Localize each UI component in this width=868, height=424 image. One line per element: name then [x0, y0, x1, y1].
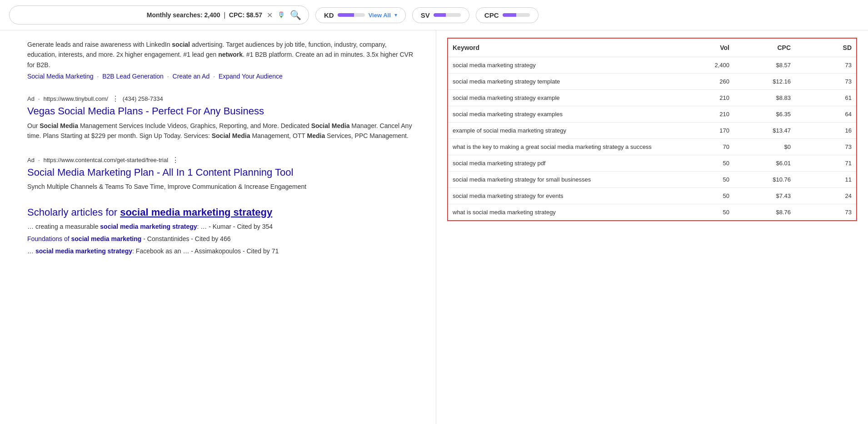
table-header-row: Keyword Vol CPC SD	[448, 38, 857, 57]
kd-bar	[338, 13, 365, 17]
ad1-link-create[interactable]: Create an Ad	[173, 73, 210, 80]
cell-vol: 170	[673, 123, 734, 139]
scholarly-title-link[interactable]: social media marketing strategy	[120, 207, 272, 218]
cell-keyword: example of social media marketing strate…	[448, 123, 673, 139]
cell-vol: 50	[673, 155, 734, 172]
meta-dot: ·	[38, 157, 40, 163]
cell-cpc: $8.76	[734, 204, 795, 221]
ad3-desc: Synch Multiple Channels & Teams To Save …	[27, 182, 418, 192]
ad3-ad-label: Ad	[27, 157, 35, 163]
cell-keyword: social media marketing strategy example	[448, 90, 673, 106]
table-row[interactable]: what is the key to making a great social…	[448, 139, 857, 155]
monthly-searches-info: Monthly searches: 2,400 | CPC: $8.57	[147, 11, 262, 19]
divider: ·	[213, 73, 217, 80]
cell-sd: 16	[795, 123, 857, 139]
scholarly-item-1: … creating a measurable social media mar…	[27, 222, 418, 232]
cell-vol: 260	[673, 74, 734, 90]
cell-vol: 210	[673, 106, 734, 123]
cell-sd: 73	[795, 57, 857, 74]
scholarly-section: Scholarly articles for social media mark…	[27, 207, 418, 256]
main-content: Generate leads and raise awareness with …	[0, 30, 868, 424]
ad-block-2: Ad · https://www.tinybull.com/ ⋮ (434) 2…	[27, 94, 418, 141]
top-bar: social media marketing Monthly searches:…	[0, 0, 868, 30]
cell-sd: 73	[795, 74, 857, 90]
cell-vol: 2,400	[673, 57, 734, 74]
table-row[interactable]: social media marketing strategy examples…	[448, 106, 857, 123]
cell-vol: 70	[673, 139, 734, 155]
cell-keyword: social media marketing strategy pdf	[448, 155, 673, 172]
ad2-title[interactable]: Vegas Social Media Plans - Perfect For A…	[27, 105, 418, 118]
cell-cpc: $0	[734, 139, 795, 155]
scholarly-item-3: … social media marketing strategy: Faceb…	[27, 247, 418, 256]
left-panel: Generate leads and raise awareness with …	[0, 30, 436, 424]
mic-icon[interactable]: 🎙	[277, 10, 285, 20]
cell-sd: 24	[795, 188, 857, 204]
ad2-ad-label: Ad	[27, 95, 35, 102]
table-row[interactable]: social media marketing strategy example2…	[448, 90, 857, 106]
cell-vol: 50	[673, 188, 734, 204]
view-all-label[interactable]: View All	[369, 12, 391, 19]
kd-pill[interactable]: KD View All ▾	[315, 7, 406, 23]
table-row[interactable]: what is social media marketing strategy5…	[448, 204, 857, 221]
ad2-desc: Our Social Media Management Services Inc…	[27, 121, 418, 141]
cpc-bar	[503, 13, 530, 17]
table-row[interactable]: social media marketing strategy template…	[448, 74, 857, 90]
cell-sd: 11	[795, 172, 857, 188]
scholarly-link-1[interactable]: social media marketing strategy	[100, 223, 197, 230]
meta-dot: ·	[38, 95, 40, 102]
close-icon[interactable]: ✕	[267, 11, 273, 20]
kd-label: KD	[324, 11, 334, 19]
sv-pill[interactable]: SV	[412, 7, 469, 23]
cell-cpc: $6.01	[734, 155, 795, 172]
chevron-down-icon: ▾	[394, 12, 397, 18]
ad3-url: https://www.contentcal.com/get-started/f…	[44, 157, 169, 163]
scholarly-title: Scholarly articles for social media mark…	[27, 207, 418, 218]
cell-keyword: what is the key to making a great social…	[448, 139, 673, 155]
right-panel: Keyword Vol CPC SD social media marketin…	[436, 30, 868, 424]
search-icon[interactable]: 🔍	[290, 10, 301, 20]
cell-vol: 50	[673, 172, 734, 188]
keyword-table: Keyword Vol CPC SD social media marketin…	[447, 38, 857, 221]
search-box: social media marketing Monthly searches:…	[9, 5, 309, 25]
cell-keyword: what is social media marketing strategy	[448, 204, 673, 221]
divider: ·	[97, 73, 100, 80]
ad-block-1: Generate leads and raise awareness with …	[27, 39, 418, 80]
ad1-link-social[interactable]: Social Media Marketing	[27, 73, 94, 80]
cell-sd: 61	[795, 90, 857, 106]
menu-dots-icon[interactable]: ⋮	[172, 156, 179, 164]
col-header-cpc: CPC	[734, 38, 795, 57]
sv-label: SV	[421, 11, 430, 19]
cell-vol: 210	[673, 90, 734, 106]
cell-sd: 73	[795, 204, 857, 221]
table-row[interactable]: social media marketing strategy for smal…	[448, 172, 857, 188]
cell-keyword: social media marketing strategy	[448, 57, 673, 74]
ad3-title[interactable]: Social Media Marketing Plan - All In 1 C…	[27, 166, 418, 179]
scholarly-link-2[interactable]: Foundations of social media marketing	[27, 235, 141, 242]
col-header-keyword: Keyword	[448, 38, 673, 57]
cell-sd: 73	[795, 139, 857, 155]
ad2-phone: (434) 258-7334	[123, 95, 163, 102]
ad3-meta: Ad · https://www.contentcal.com/get-star…	[27, 156, 418, 164]
cpc-pill-label: CPC	[484, 11, 499, 19]
sv-bar	[434, 13, 461, 17]
cell-vol: 50	[673, 204, 734, 221]
table-row[interactable]: social media marketing strategy pdf50$6.…	[448, 155, 857, 172]
table-row[interactable]: example of social media marketing strate…	[448, 123, 857, 139]
cell-sd: 64	[795, 106, 857, 123]
ad-block-3: Ad · https://www.contentcal.com/get-star…	[27, 156, 418, 192]
divider: ·	[167, 73, 171, 80]
scholarly-link-3[interactable]: social media marketing strategy	[35, 247, 132, 255]
cell-keyword: social media marketing strategy for smal…	[448, 172, 673, 188]
cell-cpc: $12.16	[734, 74, 795, 90]
cell-cpc: $10.76	[734, 172, 795, 188]
ad1-link-b2b[interactable]: B2B Lead Generation	[102, 73, 164, 80]
keyword-table-body: social media marketing strategy2,400$8.5…	[448, 57, 857, 221]
table-row[interactable]: social media marketing strategy for even…	[448, 188, 857, 204]
cpc-pill[interactable]: CPC	[476, 7, 539, 23]
cell-cpc: $7.43	[734, 188, 795, 204]
ad1-link-expand[interactable]: Expand Your Audience	[219, 73, 283, 80]
ad1-links: Social Media Marketing · B2B Lead Genera…	[27, 73, 418, 80]
menu-dots-icon[interactable]: ⋮	[112, 94, 119, 103]
search-input[interactable]: social media marketing	[17, 11, 142, 19]
table-row[interactable]: social media marketing strategy2,400$8.5…	[448, 57, 857, 74]
